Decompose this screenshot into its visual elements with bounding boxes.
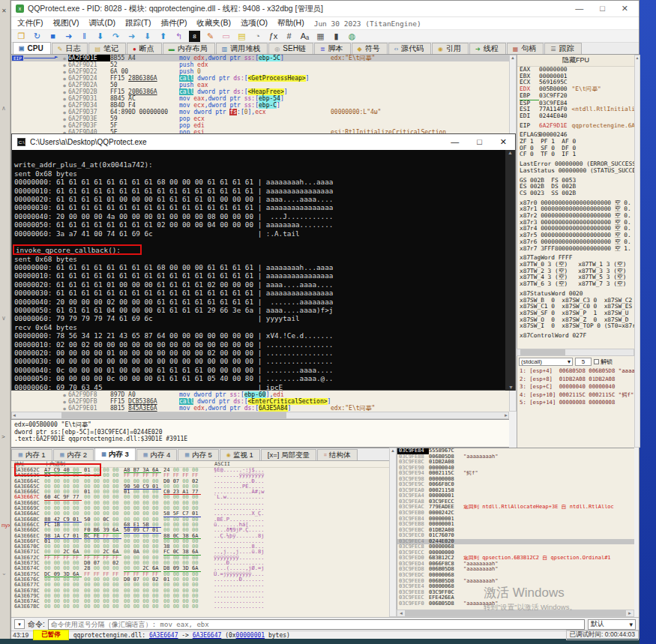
breakpoint-dot-icon[interactable]: ● <box>61 55 68 61</box>
register-row[interactable]: x87r6 00000000000000000000 空 0. <box>517 239 634 246</box>
restart-icon[interactable]: ↻ <box>31 31 43 42</box>
device-icon[interactable]: ▮ <box>331 31 342 42</box>
scroll-left-icon[interactable]: ◄ <box>12 413 16 418</box>
argument-row[interactable]: 3: [esp+C] 00000040 00000040 <box>517 383 634 391</box>
disasm-row[interactable]: ●6A2F9D2152push edx <box>11 61 509 68</box>
menu-options[interactable]: 选项(O) <box>241 18 268 28</box>
console-vscrollbar[interactable]: ▲▼ <box>505 150 515 391</box>
register-row[interactable]: x87SW_I 0 x87SW_TOP 0 (ST0=x87r0) <box>517 323 634 330</box>
status-size-link[interactable]: 00000001 <box>236 632 265 639</box>
register-row[interactable]: x87r4 00000000000000000000 空 0. <box>517 226 634 232</box>
disasm-row[interactable]: ●6A2F9D348B4D F4mov ecx,dword ptr ss:[eb… <box>11 102 509 109</box>
argument-count-stepper[interactable]: 5 <box>575 358 592 366</box>
register-row[interactable]: ES 002B DS 002B <box>517 184 634 190</box>
breakpoint-dot-icon[interactable]: ● <box>61 82 68 88</box>
minimize-button[interactable]: — <box>575 4 583 13</box>
run-icon[interactable]: ➜ <box>63 31 74 42</box>
argument-row[interactable]: 4: [esp+10] 0002115C 0002115C "鳄f" <box>517 391 634 400</box>
maximize-button[interactable]: □ <box>600 4 605 13</box>
tab-cpu[interactable]: ▣CPU <box>13 42 51 54</box>
disasm-row[interactable]: ●6A2F9D24FF15 28B6386Acall dword ptr ds:… <box>11 75 509 82</box>
dump-tab-locals[interactable]: [x=] 局部变量 <box>261 449 316 460</box>
register-row[interactable]: CS 0023 SS 002B <box>517 190 634 197</box>
registers-vscrollbar[interactable]: ▲ <box>634 55 640 448</box>
console-close-button[interactable]: ✕ <box>500 137 507 147</box>
breakpoint-dot-icon[interactable]: ● <box>61 61 68 68</box>
disasm-row[interactable]: ●6A2F9E018B15 845A3E6Amov edx,dword ptr … <box>11 405 509 412</box>
tab-log[interactable]: ✎日志 <box>52 43 88 54</box>
dump-tab-memory-2[interactable]: ▦内存 2 <box>53 449 94 460</box>
console-minimize-button[interactable]: — <box>451 137 459 147</box>
close-button[interactable]: ✕ <box>622 4 628 13</box>
breakpoint-dot-icon[interactable]: ● <box>61 75 68 82</box>
scroll-left-icon[interactable]: ◄ <box>399 611 403 616</box>
disasm-row[interactable]: EIP►●6A2F9D1E8B55 A4mov edx,dword ptr ss… <box>11 55 509 61</box>
register-row[interactable]: x87r2 00000000000000000000 空 0. <box>517 213 634 220</box>
register-row[interactable]: EDI0244E040 <box>517 113 634 120</box>
status-addr-to-link[interactable]: 6A3E6647 <box>193 632 222 639</box>
argument-row[interactable]: 1: [esp+4] 006B05D8 006B05D8 "aaaaaaaah" <box>517 367 634 376</box>
register-row[interactable]: LastError 00000000 (ERROR_SUCCESS) <box>517 161 634 168</box>
command-profile-select[interactable]: 默认 ▾ <box>588 619 636 630</box>
stack-pane[interactable]: 03C9FE845558967C03C9FE88006B05D8"aaaaaaa… <box>397 448 634 617</box>
register-row[interactable]: EAX00000000 <box>517 67 634 73</box>
breakpoint-count-badge[interactable]: 8 <box>189 31 200 42</box>
register-row[interactable]: ESI77A114F0<ntdll.RtlInitiali <box>517 106 634 113</box>
register-row[interactable]: EBP03C9FF20 <box>517 93 634 100</box>
register-row[interactable]: x87r1 00000000000000000000 空 0. <box>517 206 634 213</box>
dump-tab-memory-4[interactable]: ▦内存 4 <box>136 449 178 460</box>
register-row[interactable]: CF 0 TF 0 IF 1 <box>517 151 634 158</box>
tab-call-stack[interactable]: ▥调用堆栈 <box>216 43 268 54</box>
register-row[interactable]: x87r5 00000000000000000000 空 0. <box>517 232 634 239</box>
execute-till-return-icon[interactable]: ⬇ <box>142 31 153 42</box>
dump-tab-watch-1[interactable]: ◉监视 1 <box>220 449 260 460</box>
breakpoint-dot-icon[interactable]: ● <box>61 115 68 122</box>
register-row[interactable]: x87ControlWord 027F <box>517 333 634 340</box>
disasm-row[interactable]: ●6A2F9D2BFF15 20B6386Acall dword ptr ds:… <box>11 88 509 95</box>
breakpoint-dot-icon[interactable]: ● <box>61 398 68 405</box>
breakpoint-dot-icon[interactable]: ● <box>61 88 68 95</box>
tab-notes[interactable]: ▤笔记 <box>88 43 126 54</box>
dump-tab-memory-5[interactable]: ▦内存 5 <box>178 449 219 460</box>
register-row[interactable]: OF 0 SF 0 DF 0 <box>517 145 634 152</box>
hide-fpu-button[interactable]: 隐藏FPU <box>517 55 634 67</box>
tab-memory-map[interactable]: ▬内存布局 <box>163 43 215 54</box>
font-icon[interactable]: Aₐ <box>299 31 310 42</box>
breakpoint-dot-icon[interactable]: ● <box>61 405 68 412</box>
menu-view[interactable]: 视图(V) <box>52 18 79 28</box>
calculator-icon[interactable]: ▦ <box>315 31 326 42</box>
dump-tab-struct[interactable]: ⌗结构体 <box>317 449 357 460</box>
argument-row[interactable]: 5: [esp+14] 00000008 00000008 <box>517 399 634 407</box>
world-icon[interactable]: ◍ <box>346 31 358 42</box>
register-row[interactable]: x87StatusWord 0020 <box>517 291 634 298</box>
register-row[interactable]: x87TW_2 3 (空) x87TW_3 3 (空) <box>517 268 634 275</box>
breakpoint-dot-icon[interactable]: ● <box>61 109 68 115</box>
menu-debug[interactable]: 调试(D) <box>88 18 115 28</box>
tab-source[interactable]: ‹›源代码 <box>388 43 431 54</box>
status-addr-from-link[interactable]: 6A3E6647 <box>149 632 178 639</box>
menu-file[interactable]: 文件(F) <box>17 18 43 28</box>
register-row[interactable]: x87r3 00000000000000000000 空 0. <box>517 220 634 226</box>
register-row[interactable]: x87r0 00000000000000000000 空 0. <box>517 200 634 207</box>
tab-script[interactable]: ≣脚本 <box>314 43 351 54</box>
breakpoint-dot-icon[interactable]: ● <box>61 391 68 398</box>
dump-vscrollbar[interactable]: ▲ <box>389 448 397 617</box>
unlock-checkbox[interactable]: 解锁 <box>594 358 613 366</box>
console-maximize-button[interactable]: □ <box>477 137 482 147</box>
disassembly-pane-bottom[interactable]: ●6A2F9DF8897D A0mov dword ptr ss:[ebp-60… <box>11 391 509 412</box>
open-folder-icon[interactable]: ❐ <box>16 31 27 42</box>
register-row[interactable]: EFLAGS00000246 <box>517 132 634 139</box>
dump-tab-memory-1[interactable]: ▦内存 1 <box>11 449 52 460</box>
checkbox-icon[interactable] <box>594 359 599 364</box>
disasm-row[interactable]: ●6A2F9DFBFF15 DCB5386Acall dword ptr ds:… <box>11 398 509 405</box>
calling-convention-select[interactable]: (stdcall) ▾ <box>519 358 573 366</box>
disasm-row[interactable]: ●6A2F9D2A50push eax <box>11 82 509 88</box>
disasm-row[interactable]: ●6A2F9D3E59pop ecx <box>11 115 509 122</box>
title-bar[interactable]: x QQProtect.exe - PID: 8028 - 模块: qqprot… <box>11 1 639 17</box>
register-row[interactable]: x87TagWord FFFF <box>517 255 634 262</box>
register-row[interactable]: EBX00000001 <box>517 73 634 80</box>
stack-hscrollbar[interactable]: ◄► <box>397 610 634 617</box>
scroll-right-icon[interactable]: ► <box>628 611 632 616</box>
tab-trace[interactable]: ☰跟踪 <box>544 43 581 54</box>
tab-symbols[interactable]: ◆符号 <box>352 43 388 54</box>
